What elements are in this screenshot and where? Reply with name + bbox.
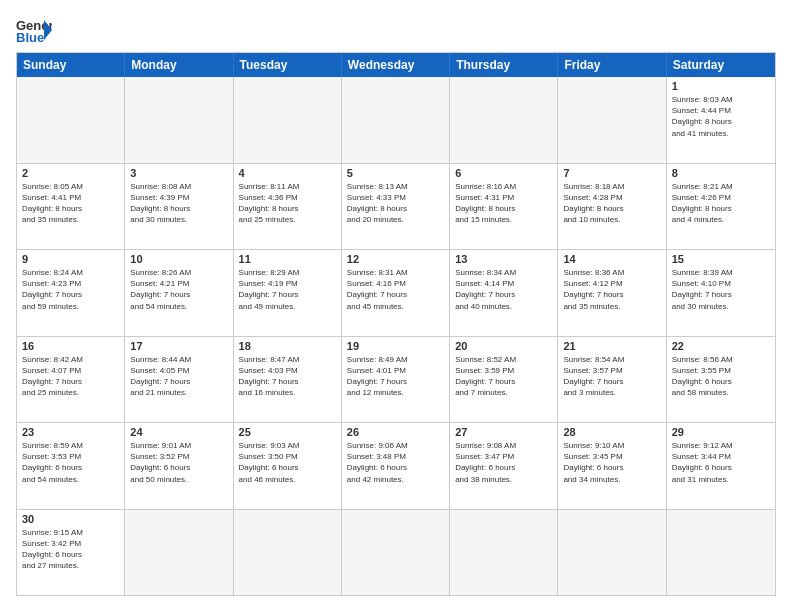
day-info: Sunrise: 8:05 AM Sunset: 4:41 PM Dayligh… (22, 181, 119, 226)
day-number: 30 (22, 513, 119, 525)
header: General Blue (16, 16, 776, 44)
day-info: Sunrise: 9:12 AM Sunset: 3:44 PM Dayligh… (672, 440, 770, 485)
day-info: Sunrise: 8:44 AM Sunset: 4:05 PM Dayligh… (130, 354, 227, 399)
day-number: 16 (22, 340, 119, 352)
calendar-cell: 11Sunrise: 8:29 AM Sunset: 4:19 PM Dayli… (234, 250, 342, 336)
day-number: 23 (22, 426, 119, 438)
calendar-cell: 1Sunrise: 8:03 AM Sunset: 4:44 PM Daylig… (667, 77, 775, 163)
day-info: Sunrise: 8:56 AM Sunset: 3:55 PM Dayligh… (672, 354, 770, 399)
calendar-cell: 10Sunrise: 8:26 AM Sunset: 4:21 PM Dayli… (125, 250, 233, 336)
day-info: Sunrise: 8:18 AM Sunset: 4:28 PM Dayligh… (563, 181, 660, 226)
day-number: 25 (239, 426, 336, 438)
calendar-cell: 15Sunrise: 8:39 AM Sunset: 4:10 PM Dayli… (667, 250, 775, 336)
day-info: Sunrise: 8:16 AM Sunset: 4:31 PM Dayligh… (455, 181, 552, 226)
day-number: 26 (347, 426, 444, 438)
day-number: 27 (455, 426, 552, 438)
calendar-cell: 25Sunrise: 9:03 AM Sunset: 3:50 PM Dayli… (234, 423, 342, 509)
day-info: Sunrise: 8:34 AM Sunset: 4:14 PM Dayligh… (455, 267, 552, 312)
calendar-row-5: 30Sunrise: 9:15 AM Sunset: 3:42 PM Dayli… (17, 509, 775, 596)
calendar-cell: 2Sunrise: 8:05 AM Sunset: 4:41 PM Daylig… (17, 164, 125, 250)
day-number: 24 (130, 426, 227, 438)
calendar-cell: 16Sunrise: 8:42 AM Sunset: 4:07 PM Dayli… (17, 337, 125, 423)
day-info: Sunrise: 8:11 AM Sunset: 4:36 PM Dayligh… (239, 181, 336, 226)
day-number: 13 (455, 253, 552, 265)
calendar-cell (234, 510, 342, 596)
day-number: 19 (347, 340, 444, 352)
day-number: 1 (672, 80, 770, 92)
calendar-cell: 30Sunrise: 9:15 AM Sunset: 3:42 PM Dayli… (17, 510, 125, 596)
calendar-cell: 26Sunrise: 9:06 AM Sunset: 3:48 PM Dayli… (342, 423, 450, 509)
calendar-cell: 3Sunrise: 8:08 AM Sunset: 4:39 PM Daylig… (125, 164, 233, 250)
calendar-cell (125, 77, 233, 163)
svg-text:Blue: Blue (16, 30, 44, 44)
calendar-cell: 5Sunrise: 8:13 AM Sunset: 4:33 PM Daylig… (342, 164, 450, 250)
calendar-cell (234, 77, 342, 163)
calendar-cell: 6Sunrise: 8:16 AM Sunset: 4:31 PM Daylig… (450, 164, 558, 250)
day-info: Sunrise: 8:49 AM Sunset: 4:01 PM Dayligh… (347, 354, 444, 399)
day-info: Sunrise: 8:59 AM Sunset: 3:53 PM Dayligh… (22, 440, 119, 485)
day-info: Sunrise: 8:47 AM Sunset: 4:03 PM Dayligh… (239, 354, 336, 399)
weekday-header-sunday: Sunday (17, 53, 125, 77)
day-number: 22 (672, 340, 770, 352)
day-number: 18 (239, 340, 336, 352)
day-info: Sunrise: 8:31 AM Sunset: 4:16 PM Dayligh… (347, 267, 444, 312)
calendar-cell (667, 510, 775, 596)
calendar-cell: 27Sunrise: 9:08 AM Sunset: 3:47 PM Dayli… (450, 423, 558, 509)
day-info: Sunrise: 8:24 AM Sunset: 4:23 PM Dayligh… (22, 267, 119, 312)
day-number: 28 (563, 426, 660, 438)
calendar-cell: 12Sunrise: 8:31 AM Sunset: 4:16 PM Dayli… (342, 250, 450, 336)
calendar-cell: 19Sunrise: 8:49 AM Sunset: 4:01 PM Dayli… (342, 337, 450, 423)
day-info: Sunrise: 8:36 AM Sunset: 4:12 PM Dayligh… (563, 267, 660, 312)
calendar-cell (558, 510, 666, 596)
calendar-cell: 20Sunrise: 8:52 AM Sunset: 3:59 PM Dayli… (450, 337, 558, 423)
weekday-header-saturday: Saturday (667, 53, 775, 77)
weekday-header-thursday: Thursday (450, 53, 558, 77)
day-info: Sunrise: 9:03 AM Sunset: 3:50 PM Dayligh… (239, 440, 336, 485)
calendar-cell: 13Sunrise: 8:34 AM Sunset: 4:14 PM Dayli… (450, 250, 558, 336)
day-info: Sunrise: 9:01 AM Sunset: 3:52 PM Dayligh… (130, 440, 227, 485)
calendar-cell: 29Sunrise: 9:12 AM Sunset: 3:44 PM Dayli… (667, 423, 775, 509)
calendar-cell: 17Sunrise: 8:44 AM Sunset: 4:05 PM Dayli… (125, 337, 233, 423)
calendar-cell: 4Sunrise: 8:11 AM Sunset: 4:36 PM Daylig… (234, 164, 342, 250)
calendar-row-0: 1Sunrise: 8:03 AM Sunset: 4:44 PM Daylig… (17, 77, 775, 163)
day-info: Sunrise: 8:42 AM Sunset: 4:07 PM Dayligh… (22, 354, 119, 399)
day-info: Sunrise: 8:08 AM Sunset: 4:39 PM Dayligh… (130, 181, 227, 226)
day-info: Sunrise: 8:13 AM Sunset: 4:33 PM Dayligh… (347, 181, 444, 226)
calendar-cell (17, 77, 125, 163)
calendar-cell: 28Sunrise: 9:10 AM Sunset: 3:45 PM Dayli… (558, 423, 666, 509)
day-info: Sunrise: 8:52 AM Sunset: 3:59 PM Dayligh… (455, 354, 552, 399)
day-number: 4 (239, 167, 336, 179)
calendar-cell: 9Sunrise: 8:24 AM Sunset: 4:23 PM Daylig… (17, 250, 125, 336)
day-number: 2 (22, 167, 119, 179)
day-number: 5 (347, 167, 444, 179)
calendar-cell: 18Sunrise: 8:47 AM Sunset: 4:03 PM Dayli… (234, 337, 342, 423)
calendar-row-2: 9Sunrise: 8:24 AM Sunset: 4:23 PM Daylig… (17, 249, 775, 336)
day-info: Sunrise: 8:03 AM Sunset: 4:44 PM Dayligh… (672, 94, 770, 139)
day-info: Sunrise: 9:06 AM Sunset: 3:48 PM Dayligh… (347, 440, 444, 485)
calendar-cell: 21Sunrise: 8:54 AM Sunset: 3:57 PM Dayli… (558, 337, 666, 423)
weekday-header-friday: Friday (558, 53, 666, 77)
day-number: 8 (672, 167, 770, 179)
calendar-cell: 24Sunrise: 9:01 AM Sunset: 3:52 PM Dayli… (125, 423, 233, 509)
weekday-header-monday: Monday (125, 53, 233, 77)
logo: General Blue (16, 16, 52, 44)
day-info: Sunrise: 8:39 AM Sunset: 4:10 PM Dayligh… (672, 267, 770, 312)
day-number: 20 (455, 340, 552, 352)
day-number: 3 (130, 167, 227, 179)
calendar-cell: 8Sunrise: 8:21 AM Sunset: 4:26 PM Daylig… (667, 164, 775, 250)
calendar-row-4: 23Sunrise: 8:59 AM Sunset: 3:53 PM Dayli… (17, 422, 775, 509)
calendar-cell (342, 510, 450, 596)
day-info: Sunrise: 8:21 AM Sunset: 4:26 PM Dayligh… (672, 181, 770, 226)
day-number: 29 (672, 426, 770, 438)
day-number: 9 (22, 253, 119, 265)
day-info: Sunrise: 8:54 AM Sunset: 3:57 PM Dayligh… (563, 354, 660, 399)
calendar-cell (125, 510, 233, 596)
weekday-header-tuesday: Tuesday (234, 53, 342, 77)
calendar-cell: 7Sunrise: 8:18 AM Sunset: 4:28 PM Daylig… (558, 164, 666, 250)
calendar-header: SundayMondayTuesdayWednesdayThursdayFrid… (17, 53, 775, 77)
calendar-body: 1Sunrise: 8:03 AM Sunset: 4:44 PM Daylig… (17, 77, 775, 595)
page: General Blue SundayMondayTuesdayWednesda… (0, 0, 792, 612)
logo-icon: General Blue (16, 16, 52, 44)
calendar-row-3: 16Sunrise: 8:42 AM Sunset: 4:07 PM Dayli… (17, 336, 775, 423)
day-number: 7 (563, 167, 660, 179)
